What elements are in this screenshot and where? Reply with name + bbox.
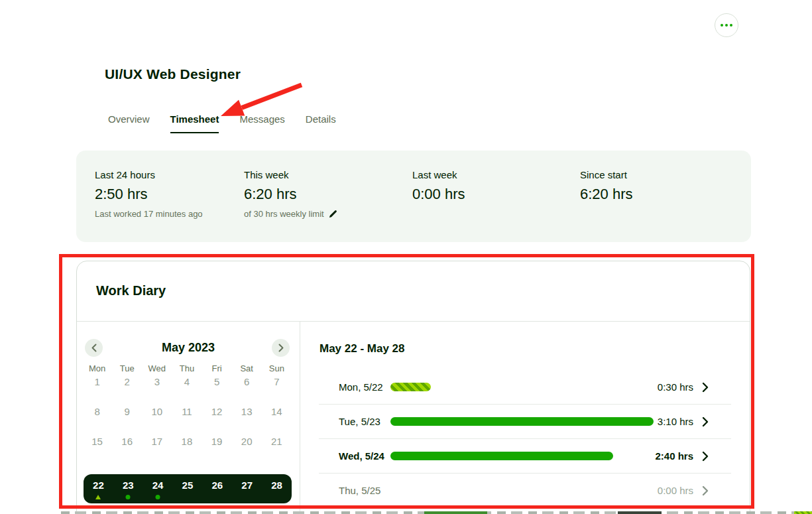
chevron-right-icon[interactable] [702, 485, 709, 496]
calendar-week-row: 1 2 3 4 5 6 7 [82, 367, 292, 397]
day-row-wed[interactable]: Wed, 5/24 2:40 hrs [319, 439, 731, 474]
stat-label: Last week [412, 169, 465, 180]
stat-label: This week [244, 169, 337, 180]
chevron-right-icon[interactable] [702, 382, 709, 393]
calendar-day-selected[interactable]: 27 [232, 474, 262, 503]
calendar-month-label: May 2023 [77, 341, 300, 355]
calendar-day[interactable]: 1 [82, 376, 112, 387]
pencil-edit-icon[interactable] [328, 210, 337, 219]
calendar-day[interactable]: 4 [172, 376, 202, 387]
calendar-day-selected[interactable]: 28 [262, 474, 292, 503]
stats-summary-bar: Last 24 hours 2:50 hrs Last worked 17 mi… [76, 151, 751, 242]
calendar-day[interactable]: 9 [112, 406, 142, 417]
calendar-day[interactable]: 11 [172, 406, 202, 417]
calendar-day[interactable]: 10 [142, 406, 172, 417]
work-diary-card: Work Diary May 2023 Mon Tue Wed Thu Fri … [76, 261, 750, 514]
day-hours: 2:40 hrs [655, 450, 693, 462]
stat-this-week: This week 6:20 hrs of 30 hrs weekly limi… [244, 169, 337, 219]
tab-details[interactable]: Details [306, 113, 336, 133]
calendar-day-selected[interactable]: 24 [143, 474, 173, 503]
calendar-day[interactable]: 15 [82, 436, 112, 447]
stat-value: 2:50 hrs [95, 186, 203, 203]
cutoff-text-fragment [794, 511, 812, 514]
day-row-thu[interactable]: Thu, 5/25 0:00 hrs [319, 474, 731, 508]
hours-bar [390, 452, 613, 460]
day-number: 27 [241, 480, 253, 491]
calendar-day[interactable]: 16 [112, 436, 142, 447]
day-label: Mon, 5/22 [339, 381, 390, 393]
calendar-day-selected[interactable]: 23 [113, 474, 143, 503]
calendar-week-row: 15 16 17 18 19 20 21 [82, 426, 292, 456]
stat-subtext: of 30 hrs weekly limit [244, 209, 337, 219]
day-number: 22 [93, 480, 104, 491]
stat-subtext: Last worked 17 minutes ago [95, 209, 203, 219]
day-hours: 0:00 hrs [658, 485, 693, 496]
calendar-week-row: 8 9 10 11 12 13 14 [82, 397, 292, 426]
calendar-day[interactable]: 5 [202, 376, 232, 387]
day-number: 25 [182, 480, 194, 491]
day-number: 24 [152, 480, 164, 491]
tab-timesheet[interactable]: Timesheet [170, 113, 219, 133]
day-row-mon[interactable]: Mon, 5/22 0:30 hrs [319, 370, 731, 405]
calendar-day-selected[interactable]: 25 [173, 474, 203, 503]
calendar-day[interactable]: 7 [262, 376, 292, 387]
work-diary-title: Work Diary [96, 283, 166, 298]
calendar-day[interactable]: 21 [262, 436, 292, 447]
hours-bar [390, 383, 431, 391]
calendar-day[interactable]: 2 [112, 376, 142, 387]
day-number: 23 [123, 480, 134, 491]
tracked-time-marker-icon [156, 495, 160, 499]
calendar-next-button[interactable] [272, 339, 290, 357]
calendar-day-selected[interactable]: 26 [202, 474, 232, 503]
stat-last-24-hours: Last 24 hours 2:50 hrs Last worked 17 mi… [95, 169, 203, 219]
cutoff-text-fragment [424, 511, 487, 514]
stat-value: 6:20 hrs [244, 186, 337, 203]
calendar-day[interactable]: 17 [142, 436, 172, 447]
cutoff-text-fragment [618, 511, 662, 514]
stat-last-week: Last week 0:00 hrs [412, 169, 465, 203]
week-range-label: May 22 - May 28 [319, 342, 405, 355]
tracked-time-marker-icon [126, 495, 131, 499]
page-title: UI/UX Web Designer [105, 66, 241, 82]
day-label: Tue, 5/23 [339, 416, 390, 427]
day-number: 26 [211, 480, 223, 491]
stat-value: 6:20 hrs [580, 186, 633, 203]
calendar-panel: May 2023 Mon Tue Wed Thu Fri Sat Sun 1 2… [77, 321, 300, 514]
more-options-icon [721, 24, 723, 27]
stat-label: Last 24 hours [95, 169, 203, 180]
chevron-right-icon [278, 344, 284, 352]
more-options-icon [730, 24, 732, 27]
calendar-day[interactable]: 3 [142, 376, 172, 387]
calendar-day-selected[interactable]: 22 [84, 474, 113, 503]
chevron-right-icon[interactable] [702, 451, 709, 462]
tab-overview[interactable]: Overview [108, 113, 150, 133]
calendar-day[interactable]: 19 [202, 436, 232, 447]
hours-bar [390, 417, 654, 426]
tab-messages[interactable]: Messages [239, 113, 284, 133]
stat-label: Since start [580, 169, 633, 180]
day-row-tue[interactable]: Tue, 5/23 3:10 hrs [319, 405, 731, 439]
calendar-day[interactable]: 14 [262, 406, 292, 417]
chevron-right-icon[interactable] [702, 417, 709, 427]
calendar-day[interactable]: 13 [232, 406, 262, 417]
calendar-day[interactable]: 8 [82, 406, 112, 417]
manual-time-marker-icon [95, 495, 101, 499]
tab-bar: Overview Timesheet Messages Details [108, 113, 336, 133]
day-list: Mon, 5/22 0:30 hrs Tue, 5/23 3:10 hrs We… [319, 370, 731, 508]
weekly-limit-text: of 30 hrs weekly limit [244, 209, 324, 219]
day-hours: 3:10 hrs [658, 416, 693, 427]
day-hours: 0:30 hrs [658, 381, 693, 393]
calendar-day[interactable]: 20 [232, 436, 262, 447]
more-options-icon [725, 24, 728, 27]
day-label: Thu, 5/25 [339, 485, 390, 496]
calendar-day[interactable]: 12 [202, 406, 232, 417]
day-label: Wed, 5/24 [339, 450, 390, 462]
calendar-selected-week[interactable]: 22 23 24 25 26 27 28 [84, 474, 292, 503]
calendar-day[interactable]: 18 [172, 436, 202, 447]
stat-value: 0:00 hrs [412, 186, 465, 203]
day-number: 28 [271, 480, 282, 491]
more-options-button[interactable] [715, 13, 738, 37]
stat-since-start: Since start 6:20 hrs [580, 169, 633, 203]
work-diary-header: Work Diary [77, 261, 750, 322]
calendar-day[interactable]: 6 [232, 376, 262, 387]
